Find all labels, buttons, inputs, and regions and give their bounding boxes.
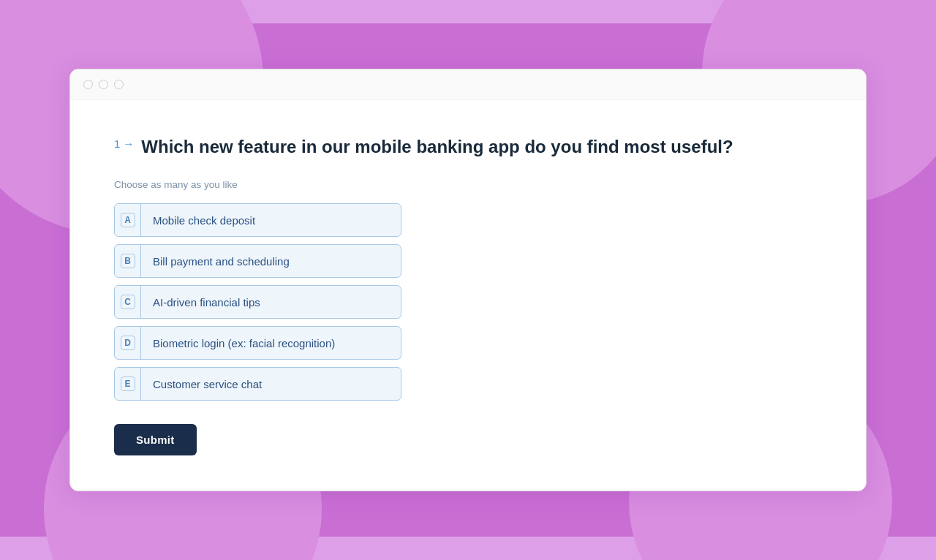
option-e-label: Customer service chat (141, 369, 273, 399)
option-b-letter-box: B (115, 245, 141, 277)
question-text: Which new feature in our mobile banking … (141, 135, 733, 159)
question-number: 1 → (114, 137, 134, 150)
option-e[interactable]: E Customer service chat (114, 367, 401, 401)
option-c-letter-box: C (115, 286, 141, 318)
option-a-letter-box: A (115, 204, 141, 236)
option-d[interactable]: D Biometric login (ex: facial recognitio… (114, 326, 401, 360)
window-dot-1 (83, 80, 93, 89)
window-dot-2 (99, 80, 108, 89)
option-d-letter-box: D (115, 327, 141, 359)
option-e-letter-box: E (115, 368, 141, 400)
options-list: A Mobile check deposit B Bill payment an… (114, 203, 822, 401)
question-arrow: → (123, 137, 134, 150)
option-c[interactable]: C AI-driven financial tips (114, 285, 401, 319)
window-titlebar (70, 69, 866, 100)
window-content: 1 → Which new feature in our mobile bank… (70, 100, 866, 491)
survey-window: 1 → Which new feature in our mobile bank… (69, 69, 867, 491)
option-d-letter: D (121, 336, 135, 350)
question-header: 1 → Which new feature in our mobile bank… (114, 135, 822, 159)
option-b-letter: B (121, 254, 135, 268)
question-num-label: 1 (114, 137, 120, 150)
option-c-letter: C (121, 295, 135, 309)
option-a-label: Mobile check deposit (141, 205, 267, 235)
option-d-label: Biometric login (ex: facial recognition) (141, 328, 347, 358)
instruction-text: Choose as many as you like (114, 179, 822, 190)
submit-button[interactable]: Submit (114, 424, 197, 455)
option-b[interactable]: B Bill payment and scheduling (114, 244, 401, 278)
window-dot-3 (114, 80, 124, 89)
option-e-letter: E (121, 377, 135, 391)
option-a[interactable]: A Mobile check deposit (114, 203, 401, 237)
option-b-label: Bill payment and scheduling (141, 246, 301, 276)
option-c-label: AI-driven financial tips (141, 287, 272, 317)
option-a-letter: A (121, 213, 135, 227)
